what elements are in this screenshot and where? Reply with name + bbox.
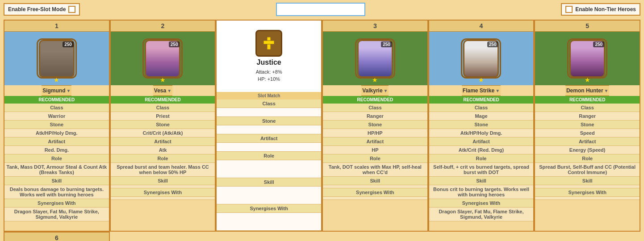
slot-3-name-row[interactable]: Valkyrie ▼	[361, 85, 389, 96]
class-value: Ranger	[535, 112, 640, 120]
table-row: Class	[323, 104, 427, 112]
slot-3-level: 250	[381, 42, 392, 47]
table-row	[217, 143, 321, 152]
skill-label: Skill	[4, 177, 109, 185]
role-label: Role	[217, 152, 321, 160]
table-row: Stone	[111, 120, 215, 129]
slot-1-image: ✦ 250 ★	[4, 32, 109, 85]
role-value: Spread Burst, Self-Buff and CC (Potentia…	[535, 163, 640, 177]
table-row: Skill	[323, 177, 427, 185]
table-row: Deals bonus damage to burning targets. W…	[4, 185, 109, 199]
artifact-value: Red. Dmg.	[4, 146, 109, 154]
table-row	[323, 185, 427, 188]
table-row: Stone	[535, 120, 640, 129]
slot-5-name-row[interactable]: Demon Hunter ▼	[565, 85, 610, 96]
role-value: Tank, DOT scales with Max HP, self-heal …	[323, 163, 427, 177]
slot-1-info: Class Warrior Stone Atk/HP/Holy Dmg. Art…	[4, 104, 109, 221]
table-row: HP/HP	[323, 129, 427, 137]
table-row: Class	[535, 104, 640, 112]
slot-5-status: RECOMMENDED	[535, 96, 640, 104]
non-tier-toggle[interactable]: Enable Non-Tier Heroes	[561, 3, 640, 16]
free-slot-mode-label: Enable Free-Slot Mode	[8, 6, 66, 12]
hero-grid: 1 ✦ 250 ★ Sigmund ▼ RECOMMENDED	[2, 20, 642, 241]
slot-1-name-row[interactable]: Sigmund ▼	[42, 85, 71, 96]
slot-2-number: 2	[111, 21, 215, 32]
table-row: Tank, Mass DOT, Armour Steal & Count Atk…	[4, 163, 109, 177]
artifact-label: Artifact	[323, 137, 427, 146]
synergises-label: Synergises With	[323, 188, 427, 197]
table-row: Class	[4, 104, 109, 112]
class-value: Priest	[111, 112, 215, 120]
table-row: Skill	[217, 178, 321, 187]
slot-3-star: ★	[372, 76, 378, 83]
justice-info: Class Stone Artifact Role Skill Synergis…	[217, 100, 321, 231]
synergises-label: Synergises With	[429, 199, 534, 208]
skill-label: Skill	[111, 177, 215, 185]
table-row: Speed	[535, 129, 640, 137]
slot-5-level: 250	[593, 42, 604, 47]
slot-4-star: ★	[478, 76, 484, 83]
slot-1-name: Sigmund	[42, 87, 65, 94]
table-row: Atk/HP/Holy Dmg.	[4, 129, 109, 137]
synergises-value	[111, 197, 215, 200]
slot-5-dropdown[interactable]: ▼	[604, 88, 609, 93]
skill-value	[111, 185, 215, 188]
table-row: Role	[429, 154, 534, 163]
stone-label: Stone	[323, 120, 427, 129]
table-row: Dragon Slayer, Fat Mu, Flame Strike, Sig…	[429, 208, 534, 221]
synergises-value	[323, 197, 427, 200]
slot-justice: Justice Attack: +8% HP: +10% Slot Match …	[216, 20, 322, 232]
slot-2-avatar: ◉ 250	[142, 38, 183, 79]
role-spacer	[217, 160, 321, 178]
skill-value	[535, 185, 640, 188]
table-row: Dragon Slayer, Fat Mu, Flame Strike, Sig…	[4, 208, 109, 221]
justice-hp: HP: +10%	[258, 76, 280, 82]
slot-5-star: ★	[585, 76, 590, 83]
free-slot-mode-toggle[interactable]: Enable Free-Slot Mode	[4, 3, 80, 16]
justice-icon	[255, 30, 282, 57]
slot-5-info: Class Ranger Stone Speed Artifact Energy…	[535, 104, 640, 200]
table-row: Role	[323, 154, 427, 163]
slot-3: 3 ◉ 250 ★ Valkyrie ▼ RECOMMENDED Class	[322, 20, 428, 232]
justice-card: Justice Attack: +8% HP: +10%	[217, 21, 321, 92]
slot-3-image: ◉ 250 ★	[323, 32, 427, 85]
stone-spacer	[217, 125, 321, 134]
class-value: Ranger	[323, 112, 427, 120]
non-tier-checkbox[interactable]	[565, 6, 573, 13]
table-row: Artifact	[111, 137, 215, 146]
stone-label: Stone	[429, 120, 534, 129]
artifact-value: Atk	[111, 146, 215, 154]
table-row: Stone	[217, 117, 321, 125]
svg-rect-1	[263, 41, 274, 44]
synergises-label: Synergises With	[111, 188, 215, 197]
stone-value: Atk/HP/Holy Dmg.	[429, 129, 534, 137]
table-row: Artifact	[4, 137, 109, 146]
class-value: Mage	[429, 112, 534, 120]
table-row	[323, 197, 427, 200]
free-slot-checkbox[interactable]	[68, 6, 75, 13]
slot-2-name-row[interactable]: Vesa ▼	[153, 85, 172, 96]
slot-3-status: RECOMMENDED	[323, 96, 427, 104]
slot-5-avatar: ◉ 250	[567, 38, 607, 79]
header-input[interactable]	[276, 3, 365, 16]
table-row: Skill	[111, 177, 215, 185]
slot-2-name: Vesa	[154, 87, 166, 94]
slot-2-dropdown[interactable]: ▼	[167, 88, 171, 93]
table-row: Red. Dmg.	[4, 146, 109, 154]
table-row: Warrior	[4, 112, 109, 120]
slot-4-hero-card: ✦ 250 ★ Flame Strike ▼	[429, 32, 534, 96]
skill-value: Deals bonus damage to burning targets. W…	[4, 185, 109, 199]
slot-3-dropdown[interactable]: ▼	[384, 88, 388, 93]
slot-5-number: 5	[535, 21, 640, 32]
slot-1-avatar: ✦ 250	[37, 38, 77, 79]
slot-3-number: 3	[323, 21, 427, 32]
table-row: Atk/HP/Holy Dmg.	[429, 129, 534, 137]
slot-1-dropdown[interactable]: ▼	[67, 88, 71, 93]
slot-4-name-row[interactable]: Flame Strike ▼	[462, 85, 501, 96]
slot-4-dropdown[interactable]: ▼	[495, 88, 500, 93]
synergises-value: Dragon Slayer, Fat Mu, Flame Strike, Sig…	[4, 208, 109, 221]
class-label: Class	[535, 104, 640, 112]
table-row: Role	[535, 154, 640, 163]
slot-1: 1 ✦ 250 ★ Sigmund ▼ RECOMMENDED	[4, 20, 110, 232]
slot-1-status: RECOMMENDED	[4, 96, 109, 104]
